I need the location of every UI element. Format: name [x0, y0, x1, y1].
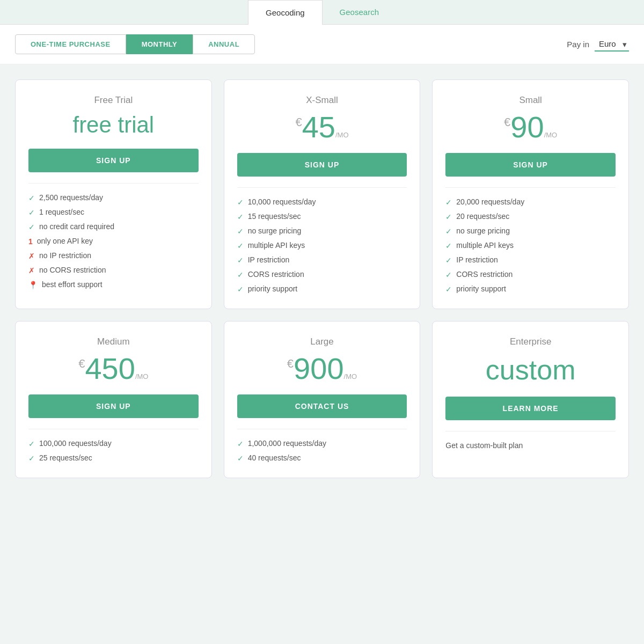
- price-number-small: 90: [510, 112, 544, 142]
- price-number-medium: 450: [85, 354, 135, 384]
- divider-xsmall: [237, 187, 407, 188]
- feature-item: ✓ 20 requests/sec: [445, 212, 616, 221]
- contact-us-btn-large[interactable]: CONTACT US: [237, 394, 407, 418]
- billing-section: ONE-TIME PURCHASE MONTHLY ANNUAL Pay in …: [0, 25, 644, 64]
- tab-bar: Geocoding Geosearch: [0, 0, 644, 25]
- currency-symbol-medium: €: [78, 357, 85, 371]
- feature-item: ✓ priority support: [237, 284, 407, 294]
- divider-free-trial: [28, 183, 199, 184]
- feature-text: IP restriction: [456, 255, 498, 264]
- plan-price-text-enterprise: custom: [486, 354, 576, 385]
- currency-symbol-large: €: [287, 357, 294, 371]
- price-period-small: /MO: [544, 131, 558, 139]
- signup-btn-free-trial[interactable]: SIGN UP: [28, 149, 199, 172]
- signup-btn-xsmall[interactable]: SIGN UP: [237, 153, 407, 177]
- feature-text: no IP restriction: [39, 251, 91, 260]
- feature-item: 📍 best effort support: [28, 280, 199, 289]
- currency-symbol-xsmall: €: [295, 115, 302, 129]
- plan-card-small: Small € 90 /MO SIGN UP ✓ 20,000 requests…: [432, 79, 629, 309]
- pricing-grid-row1: Free Trial free trial SIGN UP ✓ 2,500 re…: [15, 79, 629, 309]
- feature-item: ✓ 1 request/sec: [28, 208, 199, 217]
- check-icon: ✓: [237, 270, 244, 279]
- plan-price-medium: € 450 /MO: [28, 354, 199, 384]
- check-icon: ✓: [237, 241, 244, 250]
- price-period-medium: /MO: [135, 372, 149, 380]
- check-icon: ✓: [445, 213, 452, 221]
- feature-text: 10,000 requests/day: [248, 197, 316, 206]
- divider-enterprise: [445, 431, 616, 431]
- billing-one-time-btn[interactable]: ONE-TIME PURCHASE: [15, 34, 126, 54]
- check-icon: ✓: [445, 270, 452, 279]
- feature-list-xsmall: ✓ 10,000 requests/day ✓ 15 requests/sec …: [237, 197, 407, 294]
- feature-item: ✓ no credit card required: [28, 222, 199, 231]
- tab-geocoding[interactable]: Geocoding: [248, 0, 323, 25]
- check-icon: ✓: [28, 208, 35, 217]
- feature-item: ✗ no IP restriction: [28, 251, 199, 260]
- feature-text: multiple API keys: [248, 241, 305, 250]
- feature-text: no credit card required: [39, 222, 114, 231]
- feature-item: ✓ 100,000 requests/day: [28, 439, 199, 448]
- feature-text: 2,500 requests/day: [39, 193, 103, 202]
- currency-symbol-small: €: [504, 115, 510, 129]
- feature-text: 1,000,000 requests/day: [248, 439, 326, 448]
- check-icon: ✓: [28, 194, 35, 202]
- feature-text: no surge pricing: [248, 226, 302, 235]
- billing-annual-btn[interactable]: ANNUAL: [193, 34, 255, 54]
- plan-card-large: Large € 900 /MO CONTACT US ✓ 1,000,000 r…: [224, 321, 421, 478]
- check-icon: ✓: [28, 223, 35, 231]
- check-icon: ✓: [445, 241, 452, 250]
- feature-text: 1 request/sec: [39, 208, 84, 216]
- price-period-large: /MO: [344, 372, 357, 380]
- feature-list-medium: ✓ 100,000 requests/day ✓ 25 requests/sec: [28, 439, 199, 463]
- check-icon: ✓: [237, 227, 244, 236]
- feature-item: Get a custom-built plan: [445, 441, 616, 450]
- one-icon: 1: [28, 237, 33, 246]
- divider-small: [445, 187, 616, 188]
- check-icon: ✓: [237, 256, 244, 265]
- feature-text: priority support: [248, 284, 298, 293]
- plan-name-medium: Medium: [28, 336, 199, 347]
- feature-item: ✓ CORS restriction: [445, 270, 616, 279]
- feature-list-enterprise: Get a custom-built plan: [445, 441, 616, 450]
- feature-text: 100,000 requests/day: [39, 439, 112, 448]
- cross-icon: ✗: [28, 266, 35, 275]
- feature-text: 20 requests/sec: [456, 212, 509, 221]
- feature-item: ✓ 20,000 requests/day: [445, 197, 616, 207]
- feature-item: ✓ 25 requests/sec: [28, 453, 199, 463]
- plan-name-enterprise: Enterprise: [445, 336, 616, 347]
- feature-text: Get a custom-built plan: [445, 441, 523, 450]
- check-icon: ✓: [237, 440, 244, 448]
- signup-btn-small[interactable]: SIGN UP: [445, 153, 616, 177]
- feature-text: priority support: [456, 284, 506, 293]
- feature-text: no surge pricing: [456, 226, 510, 235]
- feature-item: ✓ 1,000,000 requests/day: [237, 439, 407, 448]
- plan-price-large: € 900 /MO: [237, 354, 407, 384]
- feature-list-small: ✓ 20,000 requests/day ✓ 20 requests/sec …: [445, 197, 616, 294]
- feature-item: ✓ 40 requests/sec: [237, 453, 407, 463]
- signup-btn-medium[interactable]: SIGN UP: [28, 394, 199, 418]
- price-number-xsmall: 45: [302, 112, 335, 142]
- divider-large: [237, 429, 407, 429]
- pay-in-section: Pay in Euro USD GBP: [567, 37, 629, 52]
- billing-toggle-group: ONE-TIME PURCHASE MONTHLY ANNUAL: [15, 34, 255, 54]
- feature-text: multiple API keys: [456, 241, 514, 250]
- cross-icon: ✗: [28, 252, 35, 260]
- tab-geosearch[interactable]: Geosearch: [323, 0, 396, 24]
- feature-item: ✓ IP restriction: [237, 255, 407, 265]
- feature-item: ✓ CORS restriction: [237, 270, 407, 279]
- currency-select[interactable]: Euro USD GBP: [595, 37, 629, 52]
- check-icon: ✓: [445, 256, 452, 265]
- check-icon: ✓: [237, 213, 244, 221]
- check-icon: ✓: [28, 454, 35, 463]
- plan-card-medium: Medium € 450 /MO SIGN UP ✓ 100,000 reque…: [15, 321, 212, 478]
- feature-text: CORS restriction: [456, 270, 513, 279]
- check-icon: ✓: [445, 227, 452, 236]
- feature-text: best effort support: [42, 280, 103, 289]
- plan-card-free-trial: Free Trial free trial SIGN UP ✓ 2,500 re…: [15, 79, 212, 309]
- feature-text: 40 requests/sec: [248, 453, 301, 462]
- feature-item: ✓ multiple API keys: [445, 241, 616, 250]
- price-number-large: 900: [294, 354, 343, 384]
- learn-more-btn-enterprise[interactable]: LEARN MORE: [445, 397, 616, 420]
- billing-monthly-btn[interactable]: MONTHLY: [126, 34, 193, 54]
- divider-medium: [28, 429, 199, 429]
